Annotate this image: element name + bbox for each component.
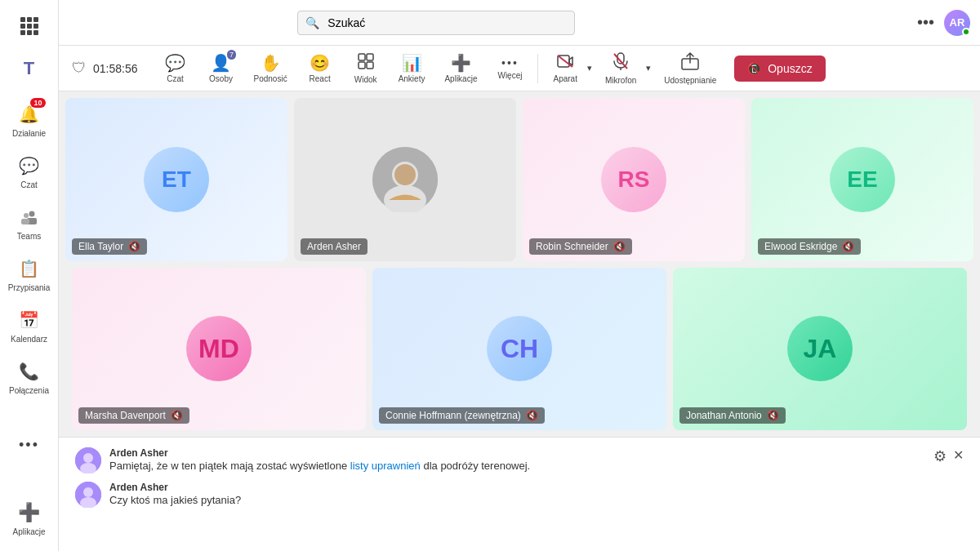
chat-message-1: Arden Asher Pamiętaj, że w ten piątek ma…	[75, 447, 964, 473]
avatar-marsha-davenport: MD	[186, 316, 252, 381]
avatar-initials-ch: CH	[501, 334, 538, 364]
search-input[interactable]	[297, 11, 575, 35]
view-button[interactable]: Widok	[345, 50, 387, 87]
notification-badge: 10	[30, 98, 45, 108]
apps-toolbar-button[interactable]: ➕ Aplikacje	[436, 50, 485, 87]
toolbar-separator	[537, 54, 538, 83]
polls-icon: 📊	[402, 53, 422, 73]
participant-tile-arden-asher: Arden Asher	[294, 98, 516, 261]
svg-point-0	[29, 211, 34, 217]
more-dots-icon: •••	[16, 432, 42, 458]
participants-row-1: ET Ella Taylor 🔇	[65, 98, 973, 261]
camera-arrow-button[interactable]: ▾	[586, 61, 594, 75]
phone-leave-icon: 📵	[747, 62, 761, 75]
sidebar-item-dzialanie[interactable]: 🔔 10 Działanie	[3, 95, 56, 144]
avatar-arden-asher	[372, 147, 438, 212]
chat-content-2: Arden Asher Czy ktoś ma jakieś pytania?	[109, 482, 241, 508]
people-toolbar-button[interactable]: 👤7 Osoby	[200, 50, 243, 87]
camera-label: Aparat	[553, 74, 577, 83]
search-container: 🔍	[297, 11, 575, 35]
sidebar-item-grid[interactable]	[3, 7, 56, 46]
more-toolbar-label: Więcej	[497, 71, 522, 80]
participant-tile-marsha-davenport: MD Marsha Davenport 🔇	[72, 268, 366, 431]
mic-off-icon-marsha: 🔇	[171, 410, 183, 421]
people-toolbar-label: Osoby	[209, 74, 233, 83]
react-button[interactable]: 😊 React	[299, 50, 341, 87]
more-toolbar-icon: •••	[501, 56, 519, 69]
sidebar-item-czat[interactable]: 💬 Czat	[3, 146, 56, 196]
participant-label-ella-taylor: Ella Taylor 🔇	[72, 238, 147, 255]
chat-close-button[interactable]: ✕	[953, 447, 964, 465]
participant-label-elwood-eskridge: Elwood Eskridge 🔇	[758, 238, 861, 255]
calls-icon: 📞	[16, 358, 42, 384]
chat-avatar-2	[75, 482, 101, 508]
chat-sidebar-icon: 💬	[16, 153, 42, 179]
topbar-more-button[interactable]: •••	[917, 13, 934, 32]
teams-icon	[16, 204, 42, 230]
polls-label: Ankiety	[399, 74, 425, 83]
mic-off-icon-jonathan: 🔇	[767, 410, 779, 421]
chat-toolbar-icon: 💬	[165, 53, 185, 73]
share-icon	[681, 52, 699, 74]
participant-name-ella-taylor: Ella Taylor	[78, 241, 123, 252]
polls-button[interactable]: 📊 Ankiety	[390, 50, 434, 87]
participant-name-robin-schneider: Robin Schneider	[536, 241, 608, 252]
sidebar-item-kalendarz[interactable]: 📅 Kalendarz	[3, 300, 56, 350]
participant-name-marsha-davenport: Marsha Davenport	[85, 410, 166, 421]
online-status-dot	[962, 28, 970, 36]
grid-icon	[16, 13, 42, 39]
mic-off-icon-elwood: 🔇	[842, 241, 854, 252]
leave-button[interactable]: 📵 Opuszcz	[734, 56, 825, 82]
avatar-initials-ja: JA	[804, 334, 837, 364]
sidebar-item-teams[interactable]: Teams	[3, 198, 56, 247]
more-toolbar-button[interactable]: ••• Więcej	[488, 53, 531, 83]
avatar-initials-rs: RS	[618, 167, 650, 193]
microphone-button[interactable]: Mikrofon	[597, 49, 644, 88]
sidebar-item-przypisania[interactable]: 📋 Przypisania	[3, 249, 56, 299]
apps-toolbar-icon: ➕	[451, 53, 471, 73]
microphone-arrow-button[interactable]: ▾	[644, 61, 653, 75]
search-icon: 🔍	[305, 16, 319, 29]
svg-point-21	[83, 487, 93, 497]
mic-off-icon-ella-taylor: 🔇	[128, 241, 140, 252]
sidebar-item-more[interactable]: •••	[3, 425, 56, 464]
chat-message-2: Arden Asher Czy ktoś ma jakieś pytania?	[75, 482, 964, 508]
chat-toolbar-label: Czat	[167, 74, 184, 83]
mic-off-icon-robin: 🔇	[613, 241, 626, 252]
participant-name-jonathan-antonio: Jonathan Antonio	[686, 410, 762, 421]
sidebar-item-polaczenia[interactable]: 📞 Połączenia	[3, 352, 56, 402]
chat-settings-button[interactable]: ⚙	[933, 447, 947, 465]
microphone-icon	[612, 52, 630, 74]
apps-toolbar-label: Aplikacje	[444, 74, 477, 83]
shield-icon: 🛡	[72, 60, 87, 77]
calendar-icon: 📅	[16, 307, 42, 333]
user-avatar-top[interactable]: AR	[944, 10, 970, 36]
svg-rect-3	[21, 219, 29, 224]
avatar-robin-schneider: RS	[601, 147, 666, 212]
sidebar-label-dzialanie: Działanie	[12, 129, 46, 138]
camera-button[interactable]: Aparat	[545, 51, 585, 87]
add-apps-icon: ➕	[16, 500, 42, 526]
avatar-connie-hoffmann: CH	[487, 316, 552, 381]
sidebar-label-kalendarz: Kalendarz	[11, 335, 47, 344]
chat-content-1: Arden Asher Pamiętaj, że w ten piątek ma…	[109, 447, 530, 473]
sidebar-label-aplikacje: Aplikacje	[12, 527, 45, 536]
avatar-ella-taylor: ET	[144, 147, 209, 212]
view-icon	[358, 53, 374, 73]
microphone-label: Mikrofon	[605, 76, 636, 85]
participant-label-arden-asher: Arden Asher	[301, 238, 368, 255]
sidebar-item-teams-logo[interactable]: T	[3, 49, 56, 88]
svg-point-18	[83, 453, 93, 463]
microphone-button-group: Mikrofon ▾	[597, 49, 653, 88]
participant-name-arden-asher: Arden Asher	[307, 241, 361, 252]
chat-toolbar-button[interactable]: 💬 Czat	[154, 50, 197, 87]
share-button[interactable]: Udostępnianie	[656, 49, 724, 88]
participant-tile-robin-schneider: RS Robin Schneider 🔇	[523, 98, 745, 261]
sidebar-item-aplikacje[interactable]: ➕ Aplikacje	[3, 493, 56, 543]
participant-label-marsha-davenport: Marsha Davenport 🔇	[78, 407, 189, 424]
mic-off-icon-connie: 🔇	[526, 410, 538, 421]
sidebar-label-przypisania: Przypisania	[8, 283, 51, 292]
raise-hand-button[interactable]: ✋ Podnosić	[246, 50, 296, 87]
avatar-elwood-eskridge: EE	[830, 147, 895, 212]
avatar-initials: AR	[950, 16, 965, 29]
